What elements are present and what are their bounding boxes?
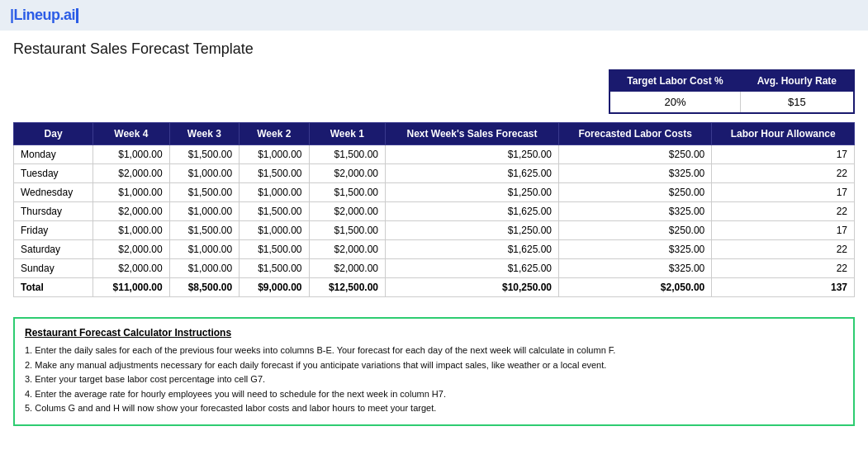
- data-cell: $1,000.00: [93, 221, 169, 240]
- col-header-week1: Week 1: [309, 123, 385, 145]
- target-labor-value: 20%: [609, 92, 740, 114]
- col-header-labor-costs: Forecasted Labor Costs: [559, 123, 712, 145]
- data-cell: 17: [712, 221, 855, 240]
- page-container: |Lineup.ai Restaurant Sales Forecast Tem…: [0, 0, 868, 450]
- instruction-line-3: 3. Enter your target base labor cost per…: [25, 372, 843, 387]
- data-cell: $2,000.00: [309, 202, 385, 221]
- col-header-week2: Week 2: [240, 123, 309, 145]
- data-cell: $1,000.00: [169, 202, 239, 221]
- avg-hourly-value: $15: [740, 92, 854, 114]
- data-cell: $1,000.00: [93, 183, 169, 202]
- data-cell: 22: [712, 240, 855, 259]
- col-header-labor-hours: Labor Hour Allowance: [712, 123, 855, 145]
- table-row: Saturday$2,000.00$1,000.00$1,500.00$2,00…: [14, 240, 855, 259]
- data-cell: $325.00: [559, 259, 712, 278]
- day-cell: Tuesday: [14, 164, 93, 183]
- total-value: $9,000.00: [240, 278, 309, 297]
- data-cell: $1,000.00: [93, 145, 169, 164]
- page-title: Restaurant Sales Forecast Template: [13, 40, 855, 58]
- total-value: $11,000.00: [93, 278, 169, 297]
- table-row: Tuesday$2,000.00$1,000.00$1,500.00$2,000…: [14, 164, 855, 183]
- data-cell: $1,500.00: [240, 164, 309, 183]
- data-cell: $2,000.00: [93, 164, 169, 183]
- data-cell: $1,625.00: [385, 240, 558, 259]
- instructions-text: 1. Enter the daily sales for each of the…: [25, 343, 843, 416]
- table-row: Friday$1,000.00$1,500.00$1,000.00$1,500.…: [14, 221, 855, 240]
- data-cell: $1,500.00: [169, 221, 239, 240]
- data-cell: $325.00: [559, 240, 712, 259]
- data-cell: $1,625.00: [385, 259, 558, 278]
- top-section: Target Labor Cost % Avg. Hourly Rate 20%…: [13, 69, 855, 114]
- data-cell: 22: [712, 259, 855, 278]
- header-bar: |Lineup.ai: [0, 0, 868, 31]
- data-cell: $1,500.00: [169, 183, 239, 202]
- data-cell: $1,500.00: [240, 202, 309, 221]
- data-cell: $1,000.00: [169, 164, 239, 183]
- day-cell: Thursday: [14, 202, 93, 221]
- day-cell: Friday: [14, 221, 93, 240]
- data-cell: $1,625.00: [385, 164, 558, 183]
- target-labor-header: Target Labor Cost %: [609, 70, 740, 92]
- data-cell: $2,000.00: [93, 202, 169, 221]
- day-cell: Monday: [14, 145, 93, 164]
- data-cell: $1,250.00: [385, 221, 558, 240]
- logo-text: |Lineup.ai: [10, 7, 75, 23]
- data-cell: $1,250.00: [385, 145, 558, 164]
- data-cell: 17: [712, 183, 855, 202]
- data-cell: $1,250.00: [385, 183, 558, 202]
- table-row: Monday$1,000.00$1,500.00$1,000.00$1,500.…: [14, 145, 855, 164]
- instruction-line-1: 1. Enter the daily sales for each of the…: [25, 343, 843, 358]
- data-cell: $325.00: [559, 164, 712, 183]
- total-value: $10,250.00: [385, 278, 558, 297]
- data-cell: $1,000.00: [240, 145, 309, 164]
- total-row: Total$11,000.00$8,500.00$9,000.00$12,500…: [14, 278, 855, 297]
- data-cell: $1,000.00: [169, 240, 239, 259]
- target-table: Target Labor Cost % Avg. Hourly Rate 20%…: [609, 69, 855, 114]
- table-row: Wednesday$1,000.00$1,500.00$1,000.00$1,5…: [14, 183, 855, 202]
- total-value: $12,500.00: [309, 278, 385, 297]
- day-cell: Saturday: [14, 240, 93, 259]
- col-header-forecast: Next Week's Sales Forecast: [385, 123, 558, 145]
- table-row: Thursday$2,000.00$1,000.00$1,500.00$2,00…: [14, 202, 855, 221]
- data-cell: $250.00: [559, 221, 712, 240]
- col-header-day: Day: [14, 123, 93, 145]
- data-cell: $250.00: [559, 145, 712, 164]
- total-value: $2,050.00: [559, 278, 712, 297]
- col-header-week4: Week 4: [93, 123, 169, 145]
- data-cell: 17: [712, 145, 855, 164]
- col-header-week3: Week 3: [169, 123, 239, 145]
- data-cell: $1,000.00: [240, 183, 309, 202]
- instruction-line-4: 4. Enter the average rate for hourly emp…: [25, 387, 843, 402]
- data-cell: $1,500.00: [309, 221, 385, 240]
- instruction-line-2: 2. Make any manual adjustments necessary…: [25, 358, 843, 373]
- instructions-box: Restaurant Forecast Calculator Instructi…: [13, 317, 855, 426]
- data-cell: $1,500.00: [309, 183, 385, 202]
- data-cell: $325.00: [559, 202, 712, 221]
- logo: |Lineup.ai: [10, 7, 78, 24]
- total-label: Total: [14, 278, 93, 297]
- instruction-line-5: 5. Colums G and and H will now show your…: [25, 401, 843, 416]
- data-cell: $1,500.00: [240, 259, 309, 278]
- logo-cursor: [76, 8, 78, 23]
- data-cell: $1,000.00: [240, 221, 309, 240]
- data-cell: $2,000.00: [309, 240, 385, 259]
- section-gap: [13, 306, 855, 314]
- day-cell: Sunday: [14, 259, 93, 278]
- data-cell: $2,000.00: [93, 240, 169, 259]
- data-cell: $2,000.00: [309, 164, 385, 183]
- total-value: $8,500.00: [169, 278, 239, 297]
- data-cell: $1,500.00: [309, 145, 385, 164]
- data-cell: $1,500.00: [169, 145, 239, 164]
- data-cell: 22: [712, 164, 855, 183]
- data-cell: $1,500.00: [240, 240, 309, 259]
- data-cell: $250.00: [559, 183, 712, 202]
- data-cell: $1,625.00: [385, 202, 558, 221]
- avg-hourly-header: Avg. Hourly Rate: [740, 70, 854, 92]
- table-row: Sunday$2,000.00$1,000.00$1,500.00$2,000.…: [14, 259, 855, 278]
- main-table: Day Week 4 Week 3 Week 2 Week 1 Next Wee…: [13, 122, 855, 297]
- total-value: 137: [712, 278, 855, 297]
- main-content: Restaurant Sales Forecast Template Targe…: [0, 31, 868, 436]
- instructions-title: Restaurant Forecast Calculator Instructi…: [25, 327, 843, 339]
- data-cell: $1,000.00: [169, 259, 239, 278]
- day-cell: Wednesday: [14, 183, 93, 202]
